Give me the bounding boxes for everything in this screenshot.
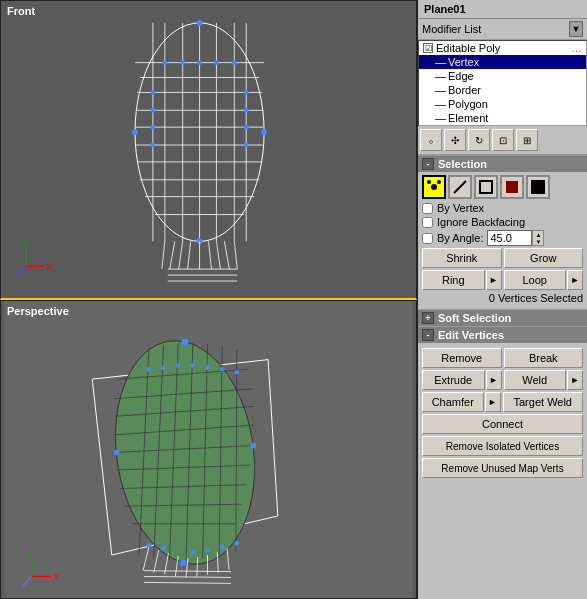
ignore-backfacing-checkbox[interactable]	[422, 217, 433, 228]
chamfer-targetweld-row: Chamfer ► Target Weld	[422, 392, 583, 412]
break-button[interactable]: Break	[504, 348, 584, 368]
svg-point-107	[431, 184, 437, 190]
edit-vertices-header[interactable]: - Edit Vertices	[418, 326, 587, 343]
svg-point-83	[234, 370, 239, 375]
remove-button[interactable]: Remove	[422, 348, 502, 368]
shrink-button[interactable]: Shrink	[422, 248, 502, 268]
viewport-front[interactable]: Front	[0, 0, 417, 300]
editable-poly-options[interactable]: …	[571, 42, 582, 54]
grow-button[interactable]: Grow	[504, 248, 584, 268]
svg-text:Y: Y	[28, 549, 34, 559]
right-panel: Plane01 Modifier List ▼ ☑ Editable Poly …	[418, 0, 587, 599]
by-angle-row: By Angle: ▲ ▼	[422, 230, 583, 246]
angle-spinner-down[interactable]: ▼	[533, 238, 543, 245]
edit-vertices-collapse-btn[interactable]: -	[422, 329, 434, 341]
by-angle-checkbox[interactable]	[422, 233, 433, 244]
tool-btn-rotate[interactable]: ↻	[468, 129, 490, 151]
svg-point-82	[220, 367, 225, 372]
modifier-border[interactable]: — Border	[419, 83, 586, 97]
selection-section-header[interactable]: - Selection	[418, 155, 587, 172]
edit-vertices-title: Edit Vertices	[438, 329, 504, 341]
svg-rect-0	[1, 3, 416, 296]
connect-button[interactable]: Connect	[422, 414, 583, 434]
modifier-editable-poly[interactable]: ☑ Editable Poly …	[419, 41, 586, 55]
modifier-list-row: Modifier List ▼	[418, 19, 587, 40]
remove-isolated-button[interactable]: Remove Isolated Vertices	[422, 436, 583, 456]
weld-button[interactable]: Weld	[504, 370, 567, 390]
border-indent: —	[435, 84, 446, 96]
ignore-backfacing-row: Ignore Backfacing	[422, 216, 583, 228]
remove-unused-button[interactable]: Remove Unused Map Verts	[422, 458, 583, 478]
remove-break-row: Remove Break	[422, 348, 583, 368]
soft-selection-header[interactable]: + Soft Selection	[418, 309, 587, 326]
tool-btn-select[interactable]: ⬦	[420, 129, 442, 151]
svg-point-84	[146, 543, 151, 548]
by-vertex-checkbox[interactable]	[422, 203, 433, 214]
svg-point-77	[146, 367, 151, 372]
svg-point-27	[232, 60, 237, 65]
selection-content: By Vertex Ignore Backfacing By Angle: ▲ …	[418, 172, 587, 309]
svg-point-25	[197, 60, 202, 65]
by-angle-label: By Angle:	[437, 232, 483, 244]
modifier-element[interactable]: — Element	[419, 111, 586, 125]
modifier-list-dropdown[interactable]: ▼	[569, 21, 583, 37]
svg-point-74	[114, 450, 120, 456]
element-select-icon[interactable]	[526, 175, 550, 199]
svg-point-79	[176, 363, 181, 368]
element-indent: —	[435, 112, 446, 124]
svg-point-34	[150, 143, 155, 148]
weld-group: Weld ►	[504, 370, 584, 390]
weld-arrow-button[interactable]: ►	[567, 370, 583, 390]
edge-select-icon[interactable]	[448, 175, 472, 199]
edge-indent: —	[435, 70, 446, 82]
svg-point-88	[220, 545, 225, 550]
ring-arrow-button[interactable]: ►	[486, 270, 502, 290]
loop-group: Loop ►	[504, 270, 584, 290]
selection-collapse-btn[interactable]: -	[422, 158, 434, 170]
svg-text:Y: Y	[22, 238, 28, 248]
tool-btn-move[interactable]: ✣	[444, 129, 466, 151]
svg-point-78	[161, 365, 166, 370]
svg-point-31	[244, 108, 249, 113]
angle-spinner[interactable]: ▲ ▼	[532, 230, 544, 246]
tool-btn-props[interactable]: ⊞	[516, 129, 538, 151]
loop-button[interactable]: Loop	[504, 270, 567, 290]
toolbar-icons: ⬦ ✣ ↻ ⊡ ⊞	[418, 126, 587, 155]
editable-poly-checkbox[interactable]: ☑	[423, 43, 433, 53]
by-angle-input[interactable]	[487, 230, 532, 246]
svg-point-86	[190, 550, 195, 555]
soft-selection-title: Soft Selection	[438, 312, 511, 324]
vertex-indent: —	[435, 56, 446, 68]
angle-spinner-up[interactable]: ▲	[533, 231, 543, 238]
svg-point-76	[180, 559, 187, 566]
border-select-icon[interactable]	[474, 175, 498, 199]
ring-button[interactable]: Ring	[422, 270, 485, 290]
extrude-button[interactable]: Extrude	[422, 370, 485, 390]
modifier-polygon[interactable]: — Polygon	[419, 97, 586, 111]
svg-line-110	[454, 181, 466, 193]
polygon-select-icon[interactable]	[500, 175, 524, 199]
by-vertex-label: By Vertex	[437, 202, 484, 214]
svg-point-26	[214, 60, 219, 65]
modifier-edge[interactable]: — Edge	[419, 69, 586, 83]
chamfer-arrow-button[interactable]: ►	[485, 392, 501, 412]
viewport-perspective[interactable]: Perspective	[0, 300, 417, 599]
svg-text:X: X	[53, 572, 59, 582]
svg-point-24	[180, 60, 185, 65]
vertices-selected-status: 0 Vertices Selected	[422, 292, 583, 304]
svg-point-80	[190, 363, 195, 368]
vertex-select-icon[interactable]	[422, 175, 446, 199]
modifier-vertex[interactable]: — Vertex	[419, 55, 586, 69]
soft-selection-collapse-btn[interactable]: +	[422, 312, 434, 324]
extrude-arrow-button[interactable]: ►	[486, 370, 502, 390]
loop-arrow-button[interactable]: ►	[567, 270, 583, 290]
target-weld-button[interactable]: Target Weld	[503, 392, 584, 412]
svg-point-33	[244, 125, 249, 130]
border-label: Border	[448, 84, 481, 96]
svg-text:X: X	[46, 262, 52, 272]
chamfer-button[interactable]: Chamfer	[422, 392, 484, 412]
editable-poly-label: Editable Poly	[436, 42, 500, 54]
tool-btn-scale[interactable]: ⊡	[492, 129, 514, 151]
selection-title: Selection	[438, 158, 487, 170]
svg-point-75	[251, 443, 257, 449]
